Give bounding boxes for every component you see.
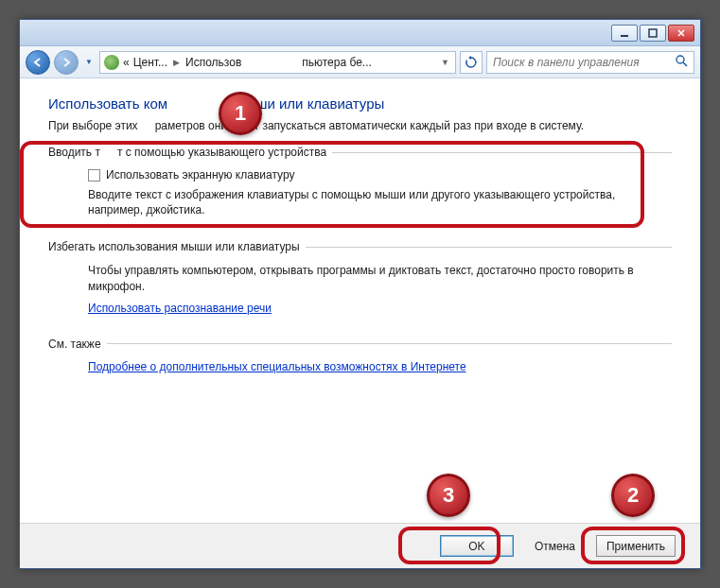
forward-button[interactable] <box>54 50 79 75</box>
page-title: Использовать комxxxxxxxxxxxыши или клави… <box>48 95 672 112</box>
group-avoid-mouse-keyboard: Избегать использования мыши или клавиату… <box>48 240 672 323</box>
group-label: Избегать использования мыши или клавиату… <box>48 240 672 253</box>
control-panel-window: ▼ « Цент... ▶ Использов пьютера бе... ▼ … <box>19 19 701 569</box>
search-input[interactable] <box>493 56 676 69</box>
breadcrumb-seg[interactable]: пьютера бе... <box>302 56 372 69</box>
svg-rect-0 <box>621 35 628 37</box>
navbar: ▼ « Цент... ▶ Использов пьютера бе... ▼ <box>20 46 700 78</box>
speech-recognition-link[interactable]: Использовать распознавание речи <box>88 302 662 315</box>
refresh-icon <box>465 56 478 69</box>
titlebar <box>20 20 700 46</box>
ok-button[interactable]: OK <box>440 535 514 557</box>
svg-rect-1 <box>649 29 657 37</box>
search-icon[interactable] <box>676 55 688 70</box>
close-button[interactable] <box>668 25 694 42</box>
group-label: См. также <box>48 337 672 351</box>
breadcrumb-prefix: « <box>123 56 130 69</box>
breadcrumb[interactable]: « Цент... ▶ Использов пьютера бе... ▼ <box>99 51 456 74</box>
group-label: Вводить тxxxт с помощью указывающего уст… <box>48 146 672 159</box>
control-panel-icon <box>104 55 119 70</box>
chevron-right-icon: ▶ <box>171 58 182 67</box>
maximize-button[interactable] <box>640 25 666 42</box>
breadcrumb-seg[interactable]: Использов <box>185 56 241 69</box>
arrow-right-icon <box>61 57 72 68</box>
content-area: Использовать комxxxxxxxxxxxыши или клави… <box>20 78 700 523</box>
page-subtitle: При выборе этихxxxраметров они будут зап… <box>48 119 672 132</box>
dialog-footer: OK Отмена Применить <box>20 523 700 568</box>
group-see-also: См. также Подробнее о дополнительных спе… <box>48 337 672 383</box>
learn-more-link[interactable]: Подробнее о дополнительных специальных в… <box>88 360 662 373</box>
back-button[interactable] <box>26 50 50 75</box>
cancel-button[interactable]: Отмена <box>525 535 585 557</box>
search-box[interactable] <box>486 51 694 74</box>
chevron-down-icon[interactable]: ▼ <box>439 58 451 67</box>
checkbox-label[interactable]: Использовать экранную клавиатуру <box>106 168 294 182</box>
nav-history-dropdown[interactable]: ▼ <box>82 54 96 71</box>
minimize-button[interactable] <box>611 25 638 42</box>
breadcrumb-seg[interactable]: Цент... <box>133 56 167 69</box>
arrow-left-icon <box>32 57 44 68</box>
svg-point-2 <box>676 56 684 63</box>
refresh-button[interactable] <box>460 51 483 74</box>
group-description: Чтобы управлять компьютером, открывать п… <box>88 263 662 293</box>
group-description: Вводите текст с изображения клавиатуры с… <box>88 187 662 217</box>
group-pointing-device-input: Вводить тxxxт с помощью указывающего уст… <box>48 146 672 227</box>
apply-button[interactable]: Применить <box>596 535 676 557</box>
svg-line-3 <box>683 62 687 66</box>
onscreen-keyboard-checkbox[interactable] <box>88 169 100 182</box>
